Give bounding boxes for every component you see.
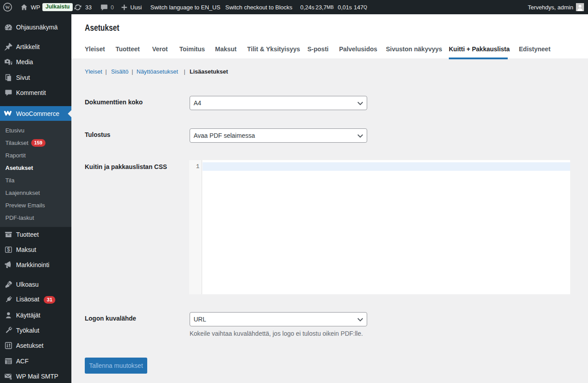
svg-text:$: $: [7, 247, 10, 253]
svg-text:W: W: [5, 5, 10, 10]
